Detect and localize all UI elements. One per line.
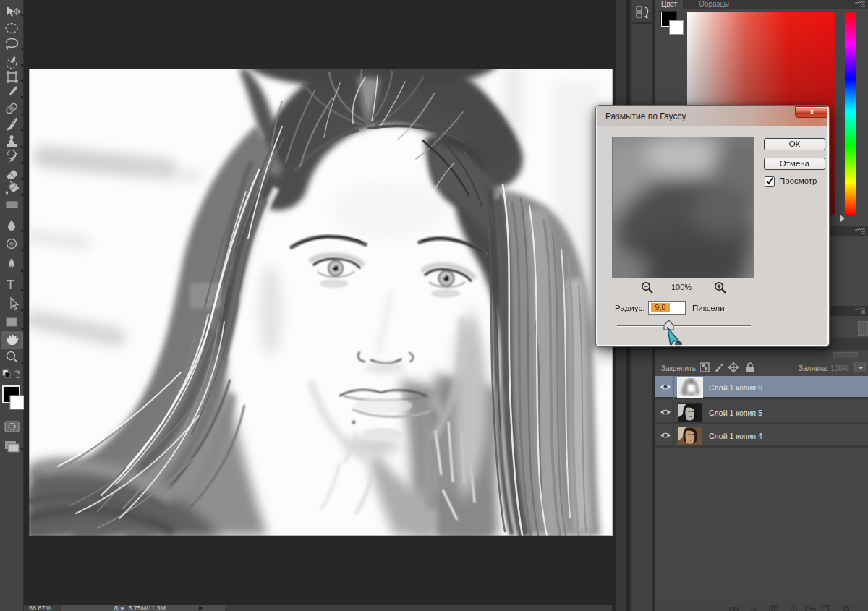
svg-text:T: T	[7, 278, 14, 292]
svg-text:fx: fx	[751, 606, 757, 611]
